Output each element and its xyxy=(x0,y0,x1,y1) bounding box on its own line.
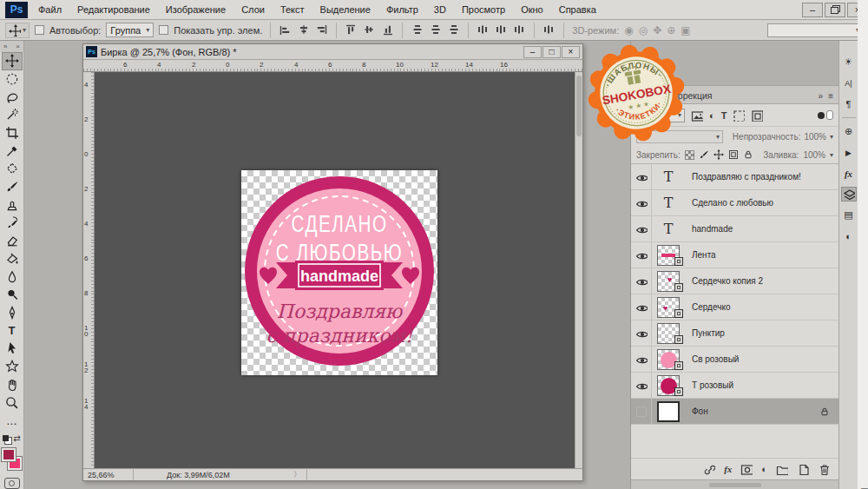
add-mask-icon[interactable] xyxy=(740,463,753,475)
layers-panel-icon[interactable] xyxy=(841,187,857,202)
layer-name[interactable]: Пунктир xyxy=(685,328,725,338)
crop-tool[interactable] xyxy=(2,124,23,142)
adjustments-sun-icon[interactable]: ☀ xyxy=(841,55,857,69)
pen-tool[interactable] xyxy=(2,304,23,322)
3d-roll-icon[interactable]: ◎ xyxy=(639,24,648,36)
3d-slide-icon[interactable]: ⊕ xyxy=(667,24,675,36)
text-layer-thumbnail[interactable]: T xyxy=(664,169,674,185)
blur-tool[interactable] xyxy=(2,268,23,286)
healing-brush-tool[interactable] xyxy=(2,160,23,178)
menu-filter[interactable]: Фильтр xyxy=(386,4,418,15)
layer-name[interactable]: Поздравляю с праздником! xyxy=(685,172,801,182)
menu-window[interactable]: Окно xyxy=(521,4,543,15)
distribute-bottom-icon[interactable] xyxy=(447,23,460,36)
layer-row-selected[interactable]: Фон xyxy=(631,399,838,425)
layer-styles-icon[interactable]: fx xyxy=(724,464,732,474)
menu-view[interactable]: Просмотр xyxy=(462,4,505,15)
layer-name[interactable]: Лента xyxy=(685,250,716,260)
autoselect-checkbox[interactable] xyxy=(35,25,44,35)
lock-position-icon[interactable] xyxy=(713,149,724,160)
lock-pixels-icon[interactable] xyxy=(699,149,709,160)
doc-close-button[interactable]: × xyxy=(562,46,580,58)
visibility-toggle[interactable] xyxy=(631,373,652,398)
visibility-toggle[interactable] xyxy=(631,216,652,241)
zoom-tool[interactable] xyxy=(2,393,23,412)
workspace-select[interactable]: ▾ xyxy=(767,23,863,37)
distribute-center-icon[interactable] xyxy=(495,23,508,36)
vertical-scrollbar[interactable] xyxy=(575,72,582,468)
menu-image[interactable]: Изображение xyxy=(166,4,226,15)
layer-row[interactable]: T Поздравляю с праздником! xyxy=(631,164,838,190)
brush-tool[interactable] xyxy=(2,178,23,196)
link-layers-icon[interactable] xyxy=(703,463,715,475)
distribute-left-icon[interactable] xyxy=(477,23,490,36)
visibility-toggle[interactable] xyxy=(631,399,652,424)
visibility-toggle[interactable] xyxy=(631,347,652,372)
text-layer-thumbnail[interactable]: T xyxy=(664,195,674,211)
default-colors-icon[interactable] xyxy=(3,435,9,441)
menu-edit[interactable]: Редактирование xyxy=(77,4,150,15)
minimize-button[interactable]: – xyxy=(802,3,823,17)
menu-file[interactable]: Файл xyxy=(38,4,62,15)
dodge-tool[interactable] xyxy=(2,286,23,304)
adjustments-panel-icon[interactable]: ◐ xyxy=(841,228,857,243)
lock-artboard-icon[interactable] xyxy=(728,149,739,160)
clone-source-panel-icon[interactable]: ⊕ xyxy=(841,124,857,139)
distribute-spacing-icon[interactable] xyxy=(542,23,556,36)
3d-scale-icon[interactable]: ▣ xyxy=(681,24,690,36)
document-title-bar[interactable]: Ps Бирка @ 25,7% (Фон, RGB/8) * – □ × xyxy=(83,44,582,60)
filter-toggle[interactable] xyxy=(818,110,833,120)
swap-colors-icon[interactable]: ⇄ xyxy=(13,433,20,443)
layer-row[interactable]: Св розовый xyxy=(631,347,838,373)
3d-rotate-icon[interactable]: ◉ xyxy=(624,24,633,36)
menu-help[interactable]: Справка xyxy=(559,4,596,15)
status-popup-arrow[interactable]: 〉 xyxy=(293,469,306,480)
doc-minimize-button[interactable]: – xyxy=(523,46,542,58)
layer-name[interactable]: Т розовый xyxy=(685,380,733,390)
history-brush-tool[interactable] xyxy=(2,214,23,232)
filter-smart-objects-icon[interactable] xyxy=(751,109,763,122)
zoom-level-field[interactable]: 25,66% xyxy=(83,469,134,480)
layer-name[interactable]: Сделано с любовью xyxy=(685,198,773,208)
current-tool-preset[interactable]: ▾ xyxy=(5,23,30,38)
tools-panel-header[interactable]: » × xyxy=(0,41,23,52)
align-right-icon[interactable] xyxy=(315,23,328,36)
menu-type[interactable]: Текст xyxy=(280,4,305,15)
shape-tool[interactable] xyxy=(2,358,23,376)
delete-layer-icon[interactable] xyxy=(818,463,830,475)
fill-value[interactable]: 100% xyxy=(803,150,825,160)
new-group-icon[interactable] xyxy=(776,463,788,475)
align-center-h-icon[interactable] xyxy=(297,23,310,36)
hand-tool[interactable] xyxy=(2,376,23,394)
filter-pixel-layers-icon[interactable] xyxy=(691,109,703,122)
layer-row[interactable]: Пунктир xyxy=(631,320,838,347)
distribute-top-icon[interactable] xyxy=(411,23,424,36)
autoselect-target-select[interactable]: Группа ▾ xyxy=(106,23,154,37)
character-panel-icon[interactable]: A| xyxy=(841,76,857,90)
clone-stamp-tool[interactable] xyxy=(2,195,23,214)
layer-row[interactable]: Т розовый xyxy=(631,373,838,399)
eyedropper-tool[interactable] xyxy=(2,142,23,160)
marquee-tool[interactable] xyxy=(2,70,23,89)
canvas-area[interactable]: СДЕЛАНО С ЛЮБОВЬЮ handmade xyxy=(95,72,575,468)
distribute-right-icon[interactable] xyxy=(513,23,526,36)
double-chevron-icon[interactable]: » xyxy=(819,91,824,101)
menu-layers[interactable]: Слои xyxy=(241,4,265,15)
channels-panel-icon[interactable]: ▤ xyxy=(841,208,857,222)
align-top-icon[interactable] xyxy=(345,23,358,36)
layer-row[interactable]: T handmade xyxy=(631,216,838,242)
lasso-tool[interactable] xyxy=(2,88,23,106)
layer-row[interactable]: T Сделано с любовью xyxy=(631,190,838,216)
restore-button[interactable] xyxy=(825,3,845,17)
layer-row[interactable]: Сердечко xyxy=(631,294,838,320)
quick-selection-tool[interactable] xyxy=(2,106,23,124)
edit-toolbar-button[interactable]: … xyxy=(2,412,23,430)
menu-select[interactable]: Выделение xyxy=(320,4,371,15)
filter-shape-layers-icon[interactable] xyxy=(733,109,745,122)
layer-name[interactable]: Сердечко xyxy=(685,302,730,312)
path-selection-tool[interactable] xyxy=(2,340,23,358)
artboard-transparent[interactable]: СДЕЛАНО С ЛЮБОВЬЮ handmade xyxy=(241,170,437,375)
new-layer-icon[interactable] xyxy=(797,463,809,475)
layer-name[interactable]: Сердечко копия 2 xyxy=(685,276,763,286)
align-left-icon[interactable] xyxy=(279,23,292,36)
